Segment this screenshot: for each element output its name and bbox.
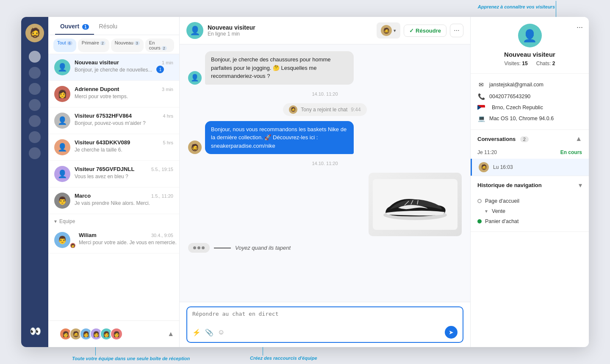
conv-content-wiliam: Wiliam 30.4., 9:05 Merci pour votre aide… xyxy=(79,232,173,246)
sidebar-item-analytics[interactable] xyxy=(29,83,41,95)
message-incoming-1: 👤 Bonjour, je cherche des chaussures pou… xyxy=(188,51,462,85)
annotation-shortcuts: Créez des raccourcis d'équipe xyxy=(250,356,317,361)
conv-item-visiteur765[interactable]: 👤 Visiteur 765GVFDJNLL 5.5., 19:15 Vous … xyxy=(48,161,179,188)
nav-toggle[interactable]: ▾ xyxy=(579,181,582,189)
chat-panel: 👤 Nouveau visiteur En ligne 1 min 🧔 ▾ ✓ … xyxy=(180,17,470,347)
conv-avatar-4: 👤 xyxy=(54,139,70,155)
chat-messages: 👤 Bonjour, je cherche des chaussures pou… xyxy=(180,44,470,302)
conv-item-marco[interactable]: 👨 Marco 1.5., 11:20 Je vais prendre Nike… xyxy=(48,188,179,214)
send-arrow-icon: ➤ xyxy=(449,329,454,336)
assign-chevron: ▾ xyxy=(394,28,396,33)
phone-icon: 📞 xyxy=(477,93,485,100)
tab-resolved[interactable]: Résolu xyxy=(94,17,123,35)
typing-label: Voyez quand ils tapent xyxy=(235,245,291,251)
typing-indicator: Voyez quand ils tapent xyxy=(188,241,462,254)
nav-dot-home xyxy=(477,199,482,203)
emoji-icon[interactable]: ☺ xyxy=(218,328,225,336)
team-avatars: 👩 🧔 👩 👩 👩 👩 xyxy=(53,324,129,344)
visitor-header: ··· 👤 Nouveau visiteur Visites: 15 Chats… xyxy=(471,17,589,74)
product-image xyxy=(369,173,462,236)
conv-item-adrienne[interactable]: 👩 Adrienne Dupont 3 min Merci pour votre… xyxy=(48,81,179,108)
visitor-stats: Visites: 15 Chats: 2 xyxy=(505,61,555,66)
visits-stat: Visites: 15 xyxy=(505,61,528,66)
conv-avatar-6: 👨 xyxy=(54,193,70,209)
nav-item-vente: ▾ Vente xyxy=(477,206,582,216)
msg-avatar-agent: 🧔 xyxy=(188,141,202,154)
msg-time-2: 14.10. 11:20 xyxy=(188,161,462,166)
conv-item-wiliam[interactable]: 👨 👩 Wiliam 30.4., 9:05 Merci pour votre … xyxy=(48,227,179,254)
user-avatar[interactable]: 🧔 xyxy=(25,24,44,42)
filter-all[interactable]: Tout6 xyxy=(53,39,76,52)
more-options-button[interactable]: ··· xyxy=(450,24,463,37)
conv-avatar-1: 👤 xyxy=(54,59,70,75)
sidebar-item-extra2[interactable] xyxy=(29,147,41,159)
conv-avatar-3: 👤 xyxy=(54,113,70,129)
sidebar-item-help[interactable] xyxy=(29,115,41,127)
annotation-visitors: Apprenez à connaître vos visiteurs xyxy=(478,4,555,9)
chat-input[interactable] xyxy=(192,311,458,323)
attachment-icon[interactable]: 📎 xyxy=(205,328,214,336)
visitor-info: ✉ janstejskal@gmail.com 📞 00420776543290… xyxy=(471,74,589,130)
filter-in-progress[interactable]: En cours2 xyxy=(145,39,174,52)
conv-content-1: Nouveau visiteur 1 min Bonjour, je cherc… xyxy=(75,59,173,73)
shortcuts-icon[interactable]: ⚡ xyxy=(192,328,201,336)
chat-header: 👤 Nouveau visiteur En ligne 1 min 🧔 ▾ ✓ … xyxy=(180,17,470,44)
team-avatar-6: 👩 xyxy=(110,328,123,340)
filter-tabs: Tout6 Primaire2 Nouveau3 En cours2 xyxy=(48,35,179,54)
expand-team-icon[interactable]: ▲ xyxy=(167,330,174,338)
chat-input-icons: ⚡ 📎 ☺ xyxy=(192,328,225,336)
conversation-list: Ouvert 1 Résolu Tout6 Primaire2 Nouveau3 xyxy=(48,17,180,347)
conv-item-nouveau-visiteur[interactable]: 👤 Nouveau visiteur 1 min Bonjour, je che… xyxy=(48,54,179,81)
assign-button[interactable]: 🧔 ▾ xyxy=(377,22,400,39)
msg-avatar-visitor: 👤 xyxy=(188,71,202,85)
filter-primary[interactable]: Primaire2 xyxy=(78,39,109,52)
sidebar-item-extra1[interactable] xyxy=(29,131,41,143)
app-logo: 👀 xyxy=(30,326,40,337)
visitor-name: Nouveau visiteur xyxy=(504,51,555,58)
conv-content-4: Visiteur 643DKKV089 5 hrs Je cherche la … xyxy=(75,139,173,153)
team-bottom: 👩 🧔 👩 👩 👩 👩 ▲ xyxy=(48,320,179,347)
computer-icon: 💻 xyxy=(477,115,485,122)
app-wrapper: 🧔 👀 Ouvert 1 Résolu xyxy=(21,17,589,347)
resolve-button[interactable]: ✓ Résoudre xyxy=(404,25,446,37)
dot-2 xyxy=(197,246,200,249)
conv-history-avatar-2: 🧔 xyxy=(479,162,489,172)
chat-input-box: ⚡ 📎 ☺ ➤ xyxy=(186,306,463,343)
nav-history-section: Historique de navigation ▾ Page d'accuei… xyxy=(471,176,589,232)
chat-visitor-status: En ligne 1 min xyxy=(208,31,372,37)
nav-item-panier: Panier d'achat xyxy=(477,216,582,226)
conv-avatar-wiliam-wrapper: 👨 👩 xyxy=(54,232,75,248)
conversations-toggle[interactable]: ▲ xyxy=(575,135,582,143)
sidebar-item-conversations[interactable] xyxy=(29,51,41,63)
dot-1 xyxy=(193,246,196,249)
sidebar-item-contacts[interactable] xyxy=(29,67,41,79)
visitor-os-row: 💻 Mac OS 10, Chrome 94.0.6 xyxy=(477,113,582,124)
chat-toolbar: ⚡ 📎 ☺ ➤ xyxy=(192,326,458,339)
dot-3 xyxy=(202,246,205,249)
conv-content-3: Visiteur 67532HFV864 4 hrs Bonjour, pouv… xyxy=(75,113,173,127)
conv-content-2: Adrienne Dupont 3 min Merci pour votre t… xyxy=(75,86,173,100)
tab-open[interactable]: Ouvert 1 xyxy=(55,17,94,35)
nav-dot-panier xyxy=(477,219,482,223)
conv-avatar-5: 👤 xyxy=(54,166,70,182)
conv-history-1[interactable]: Je 11:20 En cours xyxy=(471,146,589,159)
shoe-svg xyxy=(373,177,458,232)
conv-avatar-wiliam: 👨 xyxy=(54,232,70,248)
message-outgoing-1: Bonjour, nous vous recommandons les bask… xyxy=(188,121,462,154)
visitor-location-row: Brno, Czech Republic xyxy=(477,102,582,113)
conv-history-2[interactable]: 🧔 Lu 16:03 xyxy=(471,159,589,176)
msg-bubble-outgoing-1: Bonjour, nous vous recommandons les bask… xyxy=(205,121,354,154)
conv-avatar-badge: 👩 xyxy=(69,242,76,249)
send-button[interactable]: ➤ xyxy=(445,326,458,339)
unread-badge-1: 1 xyxy=(156,66,164,73)
conv-item-visiteur67532[interactable]: 👤 Visiteur 67532HFV864 4 hrs Bonjour, po… xyxy=(48,108,179,134)
flag-icon xyxy=(477,105,485,110)
conv-item-visiteur643[interactable]: 👤 Visiteur 643DKKV089 5 hrs Je cherche l… xyxy=(48,134,179,161)
checkmark-icon: ✓ xyxy=(409,28,414,34)
chat-header-actions: 🧔 ▾ ✓ Résoudre ··· xyxy=(377,22,463,39)
conversations-section-title-group: Conversations 2 xyxy=(477,135,529,143)
visitor-more-button[interactable]: ··· xyxy=(577,23,583,32)
sidebar-item-settings[interactable] xyxy=(29,99,41,111)
chat-visitor-avatar: 👤 xyxy=(186,22,203,39)
filter-new[interactable]: Nouveau3 xyxy=(111,39,144,52)
